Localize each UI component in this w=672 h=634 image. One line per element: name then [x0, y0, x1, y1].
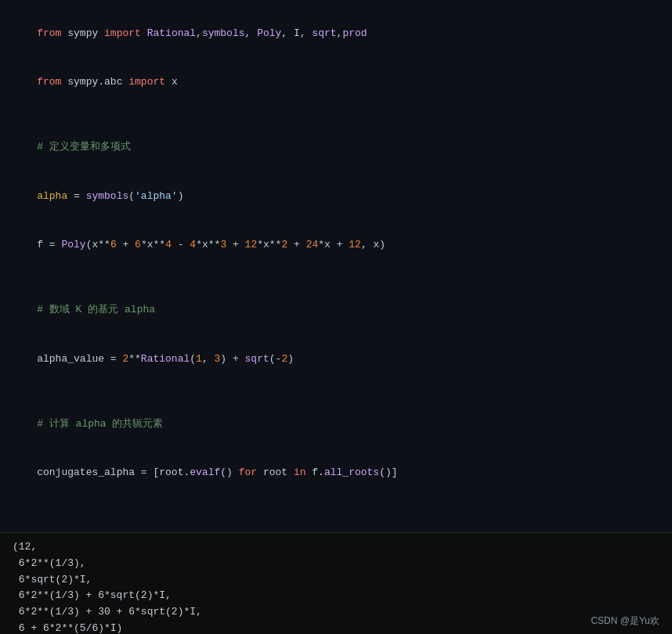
code-line-6: f = Poly(x**6 + 6*x**4 - 4*x**3 + 12*x**…: [13, 221, 659, 269]
code-line-2: from sympy.abc import x: [13, 58, 659, 106]
code-line-1: from sympy import Rational,symbols, Poly…: [13, 9, 659, 58]
output-area: (12, 6*2**(1/3), 6*sqrt(2)*I, 6*2**(1/3)…: [0, 532, 672, 634]
code-line-5: alpha = symbols('alpha'): [13, 172, 659, 221]
code-line-13: [13, 498, 659, 514]
code-line-14: # 将整数转换为 sympy 表达式: [13, 514, 659, 532]
code-line-4: # 定义变量和多项式: [13, 124, 659, 172]
code-line-7: [13, 270, 659, 286]
code-line-10: [13, 384, 659, 400]
code-editor[interactable]: from sympy import Rational,symbols, Poly…: [0, 0, 672, 532]
code-line-11: # 计算 alpha 的共轭元素: [13, 400, 659, 448]
code-line-8: # 数域 K 的基元 alpha: [13, 286, 659, 335]
code-line-9: alpha_value = 2**Rational(1, 3) + sqrt(-…: [13, 335, 659, 384]
code-line-12: conjugates_alpha = [root.evalf() for roo…: [13, 449, 659, 498]
code-line-3: [13, 107, 659, 124]
output-text: (12, 6*2**(1/3), 6*sqrt(2)*I, 6*2**(1/3)…: [13, 539, 659, 634]
watermark: CSDN @是Yu欢: [591, 614, 659, 628]
